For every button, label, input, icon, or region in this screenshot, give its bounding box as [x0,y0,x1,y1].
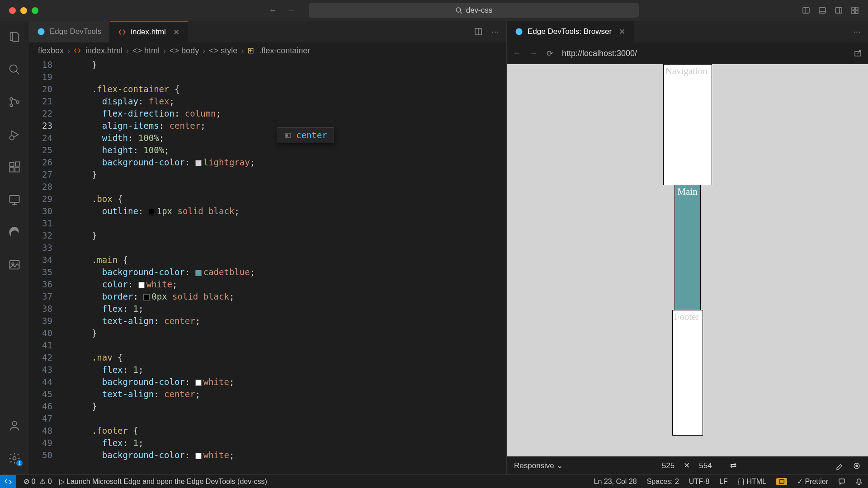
indentation[interactable]: Spaces: 2 [647,478,679,486]
code-line[interactable]: flex-direction: column; [65,108,506,120]
breadcrumb-item[interactable]: index.html [85,46,123,56]
browser-forward-icon[interactable]: → [530,49,538,58]
browser-toolbar: ← → ⟳ http://localhost:3000/ [507,42,868,64]
device-mode-select[interactable]: Responsive ⌄ [514,461,563,470]
eol[interactable]: LF [719,478,728,486]
code-content[interactable]: center } .flex-container { display: flex… [65,59,506,474]
viewport-width[interactable]: 525 [662,461,675,470]
notifications-icon[interactable] [855,478,863,485]
target-icon[interactable] [853,462,861,470]
code-line[interactable]: background-color: white; [65,376,506,388]
code-line[interactable] [65,339,506,352]
remote-explorer-icon[interactable] [7,192,22,207]
language-mode[interactable]: { } HTML [738,478,766,486]
code-line[interactable]: height: 100%; [65,144,506,156]
code-line[interactable]: } [65,400,506,413]
tab-edge-devtools[interactable]: Edge DevTools [29,21,110,42]
code-line[interactable]: flex: 1; [65,303,506,315]
code-line[interactable]: } [65,169,506,181]
code-line[interactable] [65,242,506,254]
preview-main-box: Main [675,185,701,310]
feedback-icon[interactable] [838,478,845,485]
svg-point-15 [10,104,13,107]
edge-tools-icon[interactable] [7,225,22,239]
close-icon[interactable]: ✕ [619,27,625,37]
code-line[interactable]: color: white; [65,278,506,291]
source-control-icon[interactable] [7,95,22,109]
code-line[interactable]: background-color: lightgray; [65,156,506,169]
viewport-height[interactable]: 554 [699,461,712,470]
suggestion-text: center [296,129,327,141]
code-editor[interactable]: 1819202122232425262728293031323334353637… [29,59,506,474]
code-line[interactable]: border: 0px solid black; [65,291,506,303]
debug-icon[interactable] [7,127,22,142]
breadcrumb[interactable]: flexbox› index.html› <> html› <> body› <… [29,42,506,59]
code-line[interactable]: .nav { [65,352,506,364]
prettier-status[interactable]: ✓ Prettier [797,477,828,486]
code-line[interactable]: flex: 1; [65,437,506,449]
breadcrumb-item[interactable]: .flex-container [259,46,310,56]
code-line[interactable] [65,71,506,83]
cursor-position[interactable]: Ln 23, Col 28 [594,478,637,486]
code-line[interactable]: background-color: white; [65,449,506,461]
search-activity-icon[interactable] [7,62,22,77]
minimize-window[interactable] [20,7,27,14]
more-actions-icon[interactable]: ⋯ [853,27,861,37]
breadcrumb-item[interactable]: html [144,46,160,56]
debug-launch-hint[interactable]: ▷ Launch Microsoft Edge and open the Edg… [59,477,267,486]
layout-grid-icon[interactable] [851,6,859,14]
maximize-window[interactable] [32,7,38,14]
code-line[interactable] [65,181,506,193]
account-icon[interactable] [7,418,22,433]
nav-forward-icon[interactable]: → [288,6,295,15]
code-line[interactable]: .box { [65,193,506,205]
extensions-icon[interactable] [7,160,22,174]
breadcrumb-item[interactable]: body [181,46,199,56]
css-tool-icon[interactable] [835,462,844,470]
rotate-icon[interactable]: ⇄ [730,461,736,470]
panel-right-icon[interactable] [835,6,843,14]
browser-reload-icon[interactable]: ⟳ [547,49,553,58]
code-line[interactable]: display: flex; [65,95,506,108]
code-line[interactable]: .main { [65,254,506,266]
more-actions-icon[interactable]: ⋯ [491,27,499,37]
nav-back-icon[interactable]: ← [269,6,277,15]
encoding[interactable]: UTF-8 [689,478,709,486]
browser-preview[interactable]: Navigation Main Footer [507,64,868,456]
edge-icon [515,28,523,36]
open-external-icon[interactable] [854,49,862,57]
code-line[interactable]: text-align: center; [65,315,506,327]
close-icon[interactable]: ✕ [173,28,179,37]
code-line[interactable]: background-color: cadetblue; [65,266,506,278]
svg-rect-20 [10,168,14,172]
tab-index-html[interactable]: index.html ✕ [110,21,188,42]
code-line[interactable]: flex: 1; [65,364,506,376]
code-line[interactable]: .flex-container { [65,83,506,95]
split-editor-icon[interactable] [474,28,482,36]
close-window[interactable] [9,7,16,14]
code-line[interactable] [65,217,506,230]
tab-browser-preview[interactable]: Edge DevTools: Browser ✕ [507,21,634,42]
image-icon[interactable] [7,258,22,272]
problems-indicator[interactable]: ⊘ 0 ⚠ 0 [24,477,52,486]
panel-left-icon[interactable] [802,6,810,14]
remote-indicator[interactable] [0,475,16,488]
code-line[interactable]: } [65,230,506,242]
panel-bottom-icon[interactable] [818,6,826,14]
code-line[interactable]: text-align: center; [65,388,506,400]
code-line[interactable]: } [65,59,506,71]
url-bar[interactable]: http://localhost:3000/ [562,49,637,58]
code-line[interactable]: .footer { [65,425,506,437]
command-center[interactable]: dev-css [309,3,639,18]
browser-back-icon[interactable]: ← [513,49,521,58]
settings-icon[interactable]: 1 [7,451,22,465]
breadcrumb-item[interactable]: flexbox [38,46,64,56]
code-line[interactable]: } [65,327,506,339]
breadcrumb-item[interactable]: style [221,46,237,56]
screencast-icon[interactable] [776,478,787,485]
code-line[interactable] [65,413,506,425]
explorer-icon[interactable] [7,30,22,44]
brackets-icon: <> [170,47,178,55]
intellisense-popup[interactable]: center [278,127,334,143]
code-line[interactable]: outline: 1px solid black; [65,205,506,217]
